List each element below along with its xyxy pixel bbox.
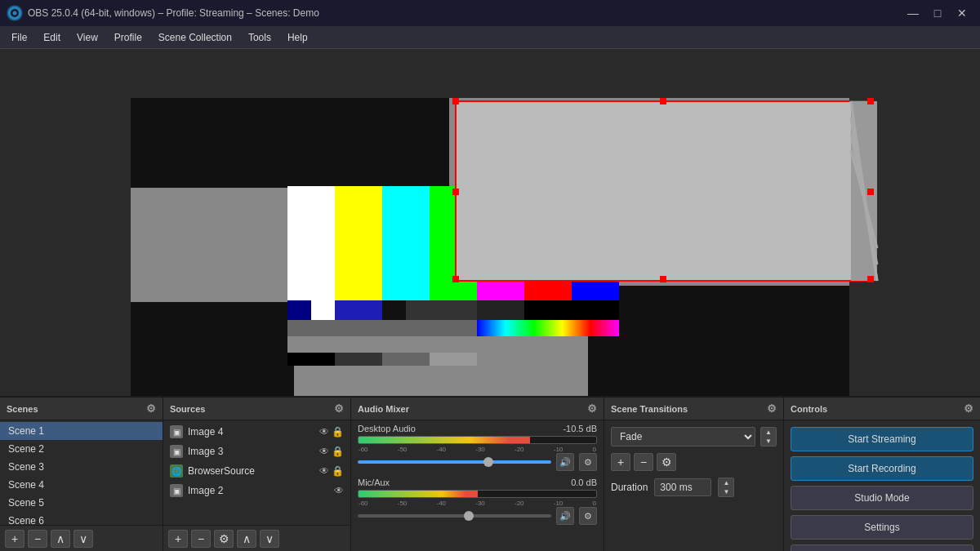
menu-help[interactable]: Help: [279, 29, 316, 47]
source-type-icon: ▣: [170, 484, 183, 497]
menu-file[interactable]: File: [3, 29, 35, 47]
svg-rect-37: [867, 98, 874, 104]
titlebar-left: OBS 25.0.4 (64-bit, windows) – Profile: …: [7, 5, 319, 21]
audio-header: Audio Mixer ⚙: [351, 398, 604, 420]
desktop-audio-mute-button[interactable]: 🔊: [556, 453, 574, 471]
mic-aux-controls: 🔊 ⚙: [358, 507, 597, 525]
scene-down-button[interactable]: ∨: [74, 530, 93, 548]
source-name: Image 3: [188, 446, 314, 457]
audio-config-icon[interactable]: ⚙: [587, 402, 597, 415]
menu-edit[interactable]: Edit: [35, 29, 69, 47]
start-streaming-button[interactable]: Start Streaming: [791, 427, 973, 451]
scene-item[interactable]: Scene 4: [0, 476, 163, 494]
mic-aux-label: Mic/Aux: [358, 478, 390, 487]
svg-rect-22: [477, 320, 619, 336]
menu-profile[interactable]: Profile: [106, 29, 150, 47]
scenes-panel: Scenes ⚙ Scene 1 Scene 2 Scene 3 Scene 4…: [0, 398, 163, 551]
desktop-audio-track: Desktop Audio -10.5 dB -60-50-40-30-20-1…: [358, 424, 597, 471]
desktop-audio-ticks: -60-50-40-30-20-100: [358, 446, 597, 453]
source-visibility-icon[interactable]: 👁: [319, 446, 329, 457]
source-up-button[interactable]: ∧: [237, 530, 256, 548]
svg-rect-24: [287, 336, 477, 353]
svg-rect-21: [524, 300, 619, 320]
transition-add-button[interactable]: +: [611, 453, 630, 471]
svg-rect-27: [382, 353, 430, 366]
svg-rect-15: [287, 300, 311, 320]
duration-spinner-up[interactable]: ▲: [719, 478, 733, 487]
transition-settings-button[interactable]: ⚙: [657, 453, 676, 471]
transition-remove-button[interactable]: −: [634, 453, 653, 471]
scene-remove-button[interactable]: −: [28, 530, 47, 548]
mic-aux-mute-button[interactable]: 🔊: [556, 507, 574, 525]
svg-rect-38: [452, 189, 459, 195]
mic-aux-ticks: -60-50-40-30-20-100: [358, 500, 597, 507]
audio-title: Audio Mixer: [358, 404, 409, 414]
source-controls: 👁: [334, 485, 344, 496]
source-item[interactable]: ▣ Image 2 👁: [163, 481, 350, 500]
source-lock-icon[interactable]: 🔒: [332, 465, 344, 477]
scenes-config-icon[interactable]: ⚙: [146, 402, 156, 415]
source-remove-button[interactable]: −: [191, 530, 211, 548]
exit-button[interactable]: Exit: [791, 544, 973, 551]
mic-aux-settings-button[interactable]: ⚙: [579, 507, 597, 525]
preview-area: [0, 49, 980, 396]
transitions-config-icon[interactable]: ⚙: [767, 402, 777, 415]
duration-input[interactable]: [654, 478, 711, 496]
source-settings-button[interactable]: ⚙: [214, 530, 234, 548]
bottom-panel: Scenes ⚙ Scene 1 Scene 2 Scene 3 Scene 4…: [0, 396, 980, 551]
source-add-button[interactable]: +: [168, 530, 188, 548]
source-visibility-icon[interactable]: 👁: [319, 426, 329, 438]
desktop-audio-settings-button[interactable]: ⚙: [579, 453, 597, 471]
scene-item[interactable]: Scene 1: [0, 422, 163, 440]
scene-item[interactable]: Scene 2: [0, 440, 163, 458]
svg-rect-25: [287, 353, 335, 366]
transition-spinner-down[interactable]: ▼: [761, 437, 776, 446]
scene-item[interactable]: Scene 6: [0, 512, 163, 525]
duration-spinner-down[interactable]: ▼: [719, 487, 733, 496]
desktop-audio-level: -10.5 dB: [563, 424, 597, 433]
svg-rect-16: [311, 300, 335, 320]
svg-rect-7: [131, 302, 294, 396]
svg-rect-10: [382, 186, 430, 300]
scene-up-button[interactable]: ∧: [51, 530, 70, 548]
source-visibility-icon[interactable]: 👁: [334, 485, 344, 496]
source-lock-icon[interactable]: 🔒: [332, 426, 344, 438]
svg-rect-35: [452, 98, 459, 104]
source-item[interactable]: ▣ Image 3 👁 🔒: [163, 442, 350, 461]
source-down-button[interactable]: ∨: [260, 530, 279, 548]
titlebar-controls[interactable]: — □ ✕: [902, 3, 973, 23]
transition-add-row: + − ⚙: [611, 453, 777, 471]
close-button[interactable]: ✕: [951, 3, 973, 23]
menu-tools[interactable]: Tools: [240, 29, 279, 47]
studio-mode-button[interactable]: Studio Mode: [791, 486, 973, 510]
svg-rect-20: [477, 300, 524, 320]
svg-rect-6: [588, 286, 849, 396]
svg-rect-18: [382, 300, 406, 320]
audio-content: Desktop Audio -10.5 dB -60-50-40-30-20-1…: [351, 420, 604, 551]
maximize-button[interactable]: □: [926, 3, 949, 23]
source-visibility-icon[interactable]: 👁: [319, 465, 329, 477]
source-item[interactable]: ▣ Image 4 👁 🔒: [163, 422, 350, 442]
duration-spinner: ▲ ▼: [718, 478, 734, 497]
controls-config-icon[interactable]: ⚙: [964, 402, 973, 415]
svg-rect-26: [335, 353, 382, 366]
menu-scene-collection[interactable]: Scene Collection: [150, 29, 240, 47]
start-recording-button[interactable]: Start Recording: [791, 456, 973, 481]
menubar: File Edit View Profile Scene Collection …: [0, 26, 980, 49]
minimize-button[interactable]: —: [902, 3, 924, 23]
transition-type-select[interactable]: Fade Cut Swipe Slide: [611, 427, 755, 447]
scene-add-button[interactable]: +: [5, 530, 24, 548]
source-lock-icon[interactable]: 🔒: [332, 446, 344, 457]
menu-view[interactable]: View: [69, 29, 106, 47]
transition-spinner-up[interactable]: ▲: [761, 428, 776, 437]
scene-item[interactable]: Scene 5: [0, 494, 163, 512]
sources-toolbar: + − ⚙ ∧ ∨: [163, 525, 350, 551]
scenes-list: Scene 1 Scene 2 Scene 3 Scene 4 Scene 5 …: [0, 420, 163, 525]
desktop-audio-controls: 🔊 ⚙: [358, 453, 597, 471]
source-item[interactable]: 🌐 BrowserSource 👁 🔒: [163, 461, 350, 481]
duration-label: Duration: [611, 482, 648, 493]
settings-button[interactable]: Settings: [791, 515, 973, 540]
sources-config-icon[interactable]: ⚙: [334, 402, 344, 415]
sources-title: Sources: [170, 404, 205, 414]
scene-item[interactable]: Scene 3: [0, 458, 163, 476]
